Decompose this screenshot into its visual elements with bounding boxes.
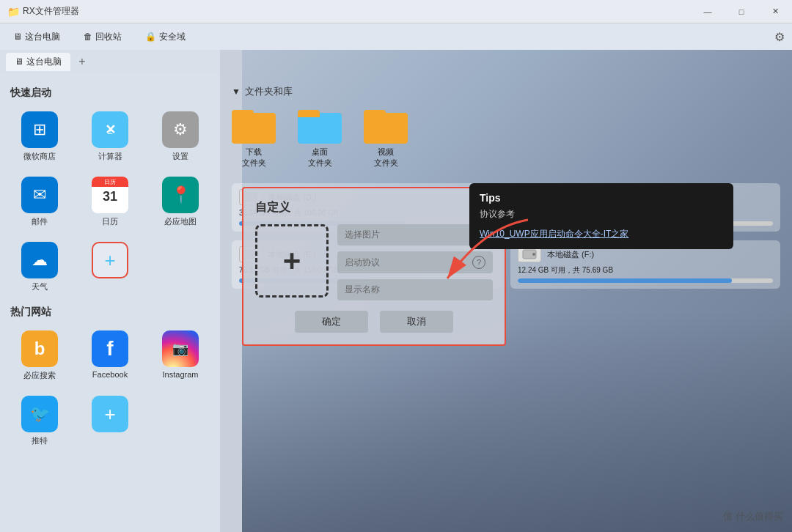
tab-this-pc[interactable]: 🖥 这台电脑	[6, 53, 70, 71]
sidebar: 快速启动 ⊞ 微软商店 ✕ ± 计算器 ⚙ 设置 ✉ 邮件 日历	[0, 73, 220, 532]
app-item-weather[interactable]: ☁ 天气	[7, 237, 72, 297]
nav-this-pc-label: 这台电脑	[25, 31, 60, 43]
navbar: 🖥 这台电脑 🗑 回收站 🔒 安全域 ⚙	[0, 23, 792, 50]
drive-f-bar	[518, 278, 773, 283]
drive-f-info: 12.24 GB 可用，共 75.69 GB	[518, 265, 773, 276]
facebook-icon: f	[92, 330, 128, 367]
folder-download[interactable]: 下载文件夹	[232, 107, 276, 169]
folder-desktop[interactable]: 桌面文件夹	[298, 107, 342, 169]
pc-icon: 🖥	[13, 32, 22, 42]
app-item-calc[interactable]: ✕ ± 计算器	[78, 107, 142, 166]
display-name-label: 显示名称	[345, 284, 380, 296]
download-folder-icon	[232, 107, 276, 144]
nav-recycle[interactable]: 🗑 回收站	[78, 28, 128, 46]
add-site-button[interactable]: +	[78, 391, 142, 451]
site-item-twitter[interactable]: 🐦 推特	[7, 391, 72, 451]
mail-label: 邮件	[32, 216, 48, 227]
bing-label: 必应搜索	[23, 370, 56, 381]
app-icon: 📁	[7, 6, 20, 18]
tooltip-subtitle: 协议参考	[480, 208, 723, 221]
calendar-label: 日历	[102, 216, 118, 227]
desktop-folder-label: 桌面文件夹	[308, 147, 332, 169]
video-folder-label: 视频文件夹	[374, 147, 398, 169]
nav-recycle-label: 回收站	[95, 31, 122, 43]
site-item-instagram[interactable]: 📷 Instagram	[148, 326, 213, 385]
hot-sites-title: 热门网站	[10, 306, 213, 319]
download-folder-label: 下载文件夹	[242, 147, 266, 169]
nav-secure-label: 安全域	[159, 31, 186, 43]
instagram-label: Instagram	[163, 370, 199, 379]
settings-app-label: 设置	[172, 151, 188, 162]
recycle-icon: 🗑	[84, 32, 92, 42]
confirm-button[interactable]: 确定	[295, 311, 368, 333]
tooltip-title: Tips	[480, 192, 723, 204]
cancel-button[interactable]: 取消	[380, 311, 453, 333]
maximize-button[interactable]: □	[725, 0, 758, 23]
secure-icon: 🔒	[145, 32, 156, 42]
minimize-button[interactable]: —	[691, 0, 725, 23]
titlebar-controls: — □ ✕	[691, 0, 792, 23]
quick-launch-title: 快速启动	[10, 86, 213, 100]
settings-icon: ⚙	[774, 31, 785, 43]
app-item-maps[interactable]: 📍 必应地图	[148, 172, 213, 232]
calc-label: 计算器	[98, 151, 122, 162]
app-title: RX文件管理器	[23, 5, 79, 18]
drive-f-fill	[518, 278, 732, 283]
site-item-facebook[interactable]: f Facebook	[78, 326, 142, 385]
nav-secure[interactable]: 🔒 安全域	[139, 28, 191, 46]
mail-icon: ✉	[21, 177, 58, 213]
hot-sites-grid: b 必应搜索 f Facebook 📷 Instagram 🐦 推特 +	[7, 326, 213, 451]
maps-label: 必应地图	[164, 216, 197, 227]
dialog-icon-placeholder[interactable]: +	[255, 224, 329, 298]
app-item-mail[interactable]: ✉ 邮件	[7, 172, 72, 232]
calc-icon: ✕ ±	[92, 111, 128, 148]
maps-icon: 📍	[162, 177, 199, 213]
tab-label: 这台电脑	[26, 56, 62, 68]
add-app-button[interactable]: +	[78, 237, 142, 297]
dialog-buttons: 确定 取消	[255, 311, 493, 333]
calendar-icon: 日历 31	[92, 177, 128, 213]
add-site-icon: +	[92, 396, 128, 432]
twitter-label: 推特	[32, 435, 48, 446]
folder-video[interactable]: 视频文件夹	[364, 107, 408, 169]
settings-button[interactable]: ⚙	[774, 30, 785, 44]
plus-icon: +	[283, 243, 301, 278]
add-app-icon: +	[92, 242, 128, 278]
desktop-folder-icon	[298, 107, 342, 144]
titlebar-left: 📁 RX文件管理器	[0, 5, 79, 18]
watermark: 值 什么值得买	[723, 510, 783, 523]
watermark-text: 值 什么值得买	[723, 511, 783, 522]
app-item-settings[interactable]: ⚙ 设置	[148, 107, 213, 166]
protocol-field[interactable]: 启动协议 ?	[337, 251, 493, 273]
help-icon[interactable]: ?	[472, 256, 485, 269]
weather-label: 天气	[32, 281, 48, 292]
twitter-icon: 🐦	[21, 396, 58, 432]
close-button[interactable]: ✕	[758, 0, 792, 23]
bing-icon: b	[21, 330, 58, 367]
tooltip-box: Tips 协议参考 Win10_UWP应用启动命令大全-IT之家	[469, 183, 733, 249]
settings-app-icon: ⚙	[162, 111, 199, 148]
folders-row: 下载文件夹 桌面文件夹 视频文件夹	[232, 107, 780, 169]
instagram-icon: 📷	[162, 330, 199, 367]
tooltip-link[interactable]: Win10_UWP应用启动命令大全-IT之家	[480, 229, 628, 239]
protocol-label: 启动协议	[345, 256, 380, 269]
custom-dialog: 自定义 + 选择图片 启动协议 ? 显示名称 确定 取消	[242, 187, 506, 346]
app-item-calendar[interactable]: 日历 31 日历	[78, 172, 142, 232]
store-label: 微软商店	[23, 151, 56, 162]
nav-this-pc[interactable]: 🖥 这台电脑	[7, 28, 66, 46]
folder-section-label: 文件夹和库	[245, 85, 293, 98]
facebook-label: Facebook	[92, 370, 128, 379]
titlebar: 📁 RX文件管理器 — □ ✕	[0, 0, 792, 23]
drive-f-label: 本地磁盘 (F:)	[547, 249, 594, 260]
tab-add-button[interactable]: +	[73, 53, 91, 70]
quick-launch-grid: ⊞ 微软商店 ✕ ± 计算器 ⚙ 设置 ✉ 邮件 日历 31 日历	[7, 107, 213, 297]
weather-icon: ☁	[21, 242, 58, 278]
site-item-bing[interactable]: b 必应搜索	[7, 326, 72, 385]
folder-section-header: ▼ 文件夹和库	[232, 85, 780, 98]
dialog-title: 自定义	[255, 200, 493, 215]
display-name-field[interactable]: 显示名称	[337, 279, 493, 300]
app-item-store[interactable]: ⊞ 微软商店	[7, 107, 72, 166]
chevron-down-icon: ▼	[232, 86, 241, 97]
select-image-label: 选择图片	[345, 229, 380, 241]
tab-pc-icon: 🖥	[15, 56, 23, 67]
